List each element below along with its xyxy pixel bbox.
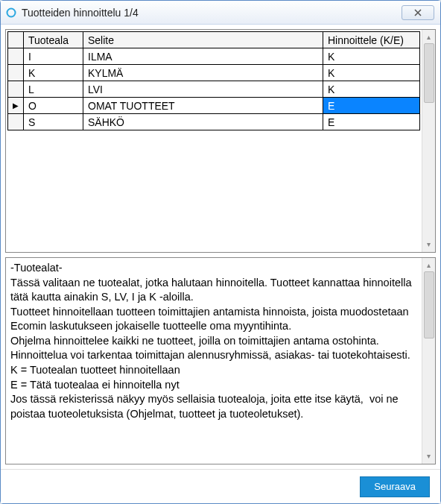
cell-price[interactable]: K — [323, 65, 420, 81]
titlebar[interactable]: Tuotteiden hinnoittelu 1/4 — [1, 1, 440, 25]
scroll-down-icon[interactable]: ▾ — [424, 450, 434, 461]
cell-desc[interactable]: ILMA — [83, 48, 323, 65]
info-text: -Tuotealat- Tässä valitaan ne tuotealat,… — [7, 259, 420, 423]
col-header-desc[interactable]: Selite — [83, 32, 323, 48]
footer: Seuraava — [1, 469, 440, 503]
cell-price[interactable]: K — [323, 81, 420, 98]
col-header-price[interactable]: Hinnoittele (K/E) — [323, 32, 420, 48]
window-title: Tuotteiden hinnoittelu 1/4 — [22, 7, 402, 19]
cell-desc[interactable]: OMAT TUOTTEET — [83, 98, 323, 114]
cell-area[interactable]: O — [24, 98, 83, 114]
next-button[interactable]: Seuraava — [360, 476, 430, 497]
table-row[interactable]: KKYLMÄK — [8, 65, 420, 81]
grid-scrollbar[interactable]: ▴ ▾ — [422, 30, 435, 252]
table-row[interactable]: SSÄHKÖE — [8, 114, 420, 130]
row-header-blank — [8, 32, 24, 48]
content-area: Tuoteala Selite Hinnoittele (K/E) IILMAK… — [1, 25, 440, 469]
cell-area[interactable]: I — [24, 48, 83, 65]
row-marker — [8, 114, 24, 130]
product-area-table[interactable]: Tuoteala Selite Hinnoittele (K/E) IILMAK… — [7, 31, 420, 130]
info-scrollbar[interactable]: ▴ ▾ — [422, 258, 435, 464]
dialog-window: Tuotteiden hinnoittelu 1/4 Tuoteala Seli… — [0, 0, 441, 504]
close-icon — [413, 9, 422, 16]
table-row[interactable]: LLVIK — [8, 81, 420, 98]
scroll-up-icon[interactable]: ▴ — [424, 259, 434, 270]
scroll-thumb[interactable] — [424, 271, 434, 338]
info-pane: -Tuotealat- Tässä valitaan ne tuotealat,… — [5, 257, 436, 464]
row-marker — [8, 65, 24, 81]
cell-price[interactable]: K — [323, 48, 420, 65]
app-icon — [5, 7, 17, 19]
col-header-area[interactable]: Tuoteala — [24, 32, 83, 48]
cell-desc[interactable]: LVI — [83, 81, 323, 98]
svg-point-0 — [7, 8, 16, 16]
cell-price[interactable]: E — [323, 98, 420, 114]
cell-area[interactable]: K — [24, 65, 83, 81]
scroll-thumb[interactable] — [424, 43, 434, 103]
close-button[interactable] — [402, 5, 434, 20]
cell-desc[interactable]: SÄHKÖ — [83, 114, 323, 130]
cell-price[interactable]: E — [323, 114, 420, 130]
row-marker — [8, 48, 24, 65]
grid-pane: Tuoteala Selite Hinnoittele (K/E) IILMAK… — [5, 29, 436, 253]
row-marker: ▶ — [8, 98, 24, 114]
cell-area[interactable]: L — [24, 81, 83, 98]
table-row[interactable]: ▶OOMAT TUOTTEETE — [8, 98, 420, 114]
scroll-down-icon[interactable]: ▾ — [424, 239, 434, 249]
table-row[interactable]: IILMAK — [8, 48, 420, 65]
info-scroll: -Tuotealat- Tässä valitaan ne tuotealat,… — [6, 258, 422, 464]
grid-scroll: Tuoteala Selite Hinnoittele (K/E) IILMAK… — [6, 30, 422, 252]
scroll-up-icon[interactable]: ▴ — [424, 31, 434, 42]
cell-area[interactable]: S — [24, 114, 83, 130]
row-marker — [8, 81, 24, 98]
cell-desc[interactable]: KYLMÄ — [83, 65, 323, 81]
